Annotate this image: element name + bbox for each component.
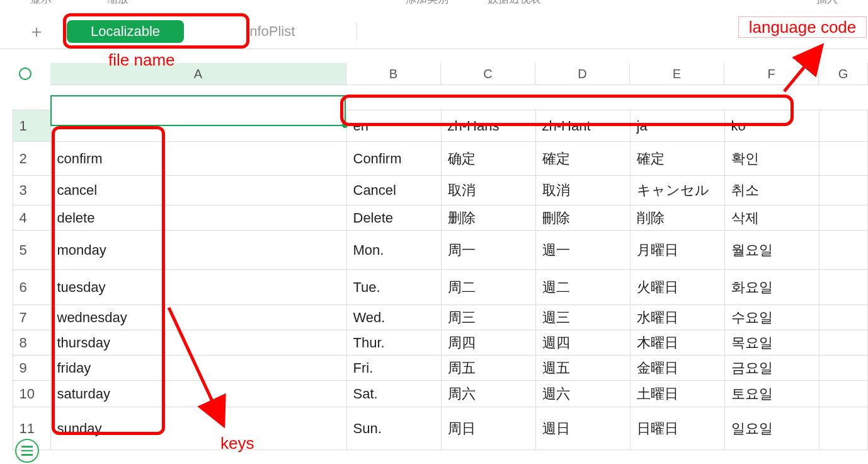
row-header-7[interactable]: 7 xyxy=(13,305,50,330)
row-header-4[interactable]: 4 xyxy=(13,206,50,231)
column-header-F[interactable]: F xyxy=(724,63,819,84)
column-header-C[interactable]: C xyxy=(441,63,535,84)
cell-zh-hant[interactable]: 週四 xyxy=(535,330,630,356)
column-header-G[interactable]: G xyxy=(819,63,868,84)
cell-ko[interactable]: 목요일 xyxy=(724,330,819,356)
cell-en[interactable]: Cancel xyxy=(346,176,441,206)
cell-ko[interactable]: 삭제 xyxy=(724,206,819,231)
cell-zh-hant[interactable]: 確定 xyxy=(535,142,630,176)
cell-en[interactable]: Wed. xyxy=(346,305,441,330)
cell-zh-hant[interactable]: 週日 xyxy=(535,407,630,450)
toolbar-item-zoom[interactable]: 缩放 xyxy=(102,0,134,6)
cell-key[interactable]: friday xyxy=(50,356,346,381)
cell-empty[interactable] xyxy=(819,142,868,176)
cell-zh-hans[interactable]: 周一 xyxy=(441,231,535,270)
row-header-8[interactable]: 8 xyxy=(13,330,50,356)
row-header-3[interactable]: 3 xyxy=(13,176,50,206)
cell-ja[interactable]: 水曜日 xyxy=(630,305,724,330)
column-header-B[interactable]: B xyxy=(346,63,441,84)
cell-ja[interactable]: 確定 xyxy=(630,142,724,176)
cell-zh-hant[interactable]: 刪除 xyxy=(535,206,630,231)
cell-G1[interactable] xyxy=(819,110,868,142)
cell-zh-hant[interactable]: 週三 xyxy=(535,305,630,330)
cell-key[interactable]: wednesday xyxy=(50,305,346,330)
cell-en[interactable]: Sat. xyxy=(346,381,441,407)
cell-zh-hans[interactable]: 周六 xyxy=(441,381,535,407)
row-header-1[interactable]: 1 xyxy=(13,110,50,142)
cell-ja[interactable]: 月曜日 xyxy=(630,231,724,270)
toolbar-item-insert[interactable]: 插入 xyxy=(811,0,843,6)
cell-key[interactable]: confirm xyxy=(50,142,346,176)
cell-D1[interactable]: zh-Hant xyxy=(535,110,630,142)
add-sheet-button[interactable]: ＋ xyxy=(24,19,49,44)
cell-C1[interactable]: zh-Hans xyxy=(441,110,535,142)
cell-key[interactable]: monday xyxy=(50,231,346,270)
cell-empty[interactable] xyxy=(819,305,868,330)
cell-ja[interactable]: 木曜日 xyxy=(630,330,724,356)
toolbar-item-pivot[interactable]: 数据透视表 xyxy=(483,0,546,6)
cell-F1[interactable]: ko xyxy=(724,110,819,142)
cell-zh-hans[interactable]: 周三 xyxy=(441,305,535,330)
cell-B1[interactable]: en xyxy=(346,110,441,142)
cell-empty[interactable] xyxy=(819,407,868,450)
cell-zh-hant[interactable]: 週二 xyxy=(535,270,630,305)
cell-ja[interactable]: キャンセル xyxy=(630,176,724,206)
cell-key[interactable]: tuesday xyxy=(50,270,346,305)
column-header-D[interactable]: D xyxy=(535,63,630,84)
hamburger-button[interactable] xyxy=(15,439,39,463)
cell-zh-hans[interactable]: 周五 xyxy=(441,356,535,381)
cell-ko[interactable]: 토요일 xyxy=(724,381,819,407)
cell-empty[interactable] xyxy=(819,176,868,206)
cell-en[interactable]: Fri. xyxy=(346,356,441,381)
row-header-10[interactable]: 10 xyxy=(13,381,50,407)
toolbar-item-display[interactable]: 显示 xyxy=(25,0,57,6)
cell-ko[interactable]: 일요일 xyxy=(724,407,819,450)
cell-ko[interactable]: 금요일 xyxy=(724,356,819,381)
cell-en[interactable]: Thur. xyxy=(346,330,441,356)
cell-ja[interactable]: 金曜日 xyxy=(630,356,724,381)
cell-zh-hant[interactable]: 取消 xyxy=(535,176,630,206)
sheet-tab-localizable[interactable]: Localizable xyxy=(67,20,184,43)
cell-empty[interactable] xyxy=(819,270,868,305)
cell-key[interactable]: sunday xyxy=(50,407,346,450)
row-header-9[interactable]: 9 xyxy=(13,356,50,381)
cell-zh-hans[interactable]: 确定 xyxy=(441,142,535,176)
cell-empty[interactable] xyxy=(819,356,868,381)
cell-empty[interactable] xyxy=(819,330,868,356)
cell-zh-hant[interactable]: 週一 xyxy=(535,231,630,270)
cell-en[interactable]: Sun. xyxy=(346,407,441,450)
cell-ja[interactable]: 削除 xyxy=(630,206,724,231)
cell-ko[interactable]: 수요일 xyxy=(724,305,819,330)
cell-en[interactable]: Tue. xyxy=(346,270,441,305)
row-header-5[interactable]: 5 xyxy=(13,231,50,270)
cell-empty[interactable] xyxy=(819,206,868,231)
column-header-A[interactable]: A xyxy=(50,63,346,84)
cell-empty[interactable] xyxy=(819,381,868,407)
toolbar-item-category[interactable]: 添加类别 xyxy=(401,0,454,6)
spreadsheet-grid[interactable]: 1 en zh-Hans zh-Hant ja ko 2 confirm Con… xyxy=(0,84,868,464)
cell-key[interactable]: delete xyxy=(50,206,346,231)
cell-ko[interactable]: 월요일 xyxy=(724,231,819,270)
cell-en[interactable]: Confirm xyxy=(346,142,441,176)
column-header-E[interactable]: E xyxy=(630,63,724,84)
cell-empty[interactable] xyxy=(819,231,868,270)
cell-E1[interactable]: ja xyxy=(630,110,724,142)
row-header-6[interactable]: 6 xyxy=(13,270,50,305)
cell-key[interactable]: saturday xyxy=(50,381,346,407)
cell-zh-hant[interactable]: 週五 xyxy=(535,356,630,381)
cell-zh-hans[interactable]: 周二 xyxy=(441,270,535,305)
sheet-tab-infoplist[interactable]: InfoPlist xyxy=(222,20,319,43)
row-header-2[interactable]: 2 xyxy=(13,142,50,176)
cell-en[interactable]: Delete xyxy=(346,206,441,231)
select-all-corner[interactable] xyxy=(0,63,50,84)
cell-A1[interactable] xyxy=(50,110,346,142)
cell-ko[interactable]: 취소 xyxy=(724,176,819,206)
cell-ja[interactable]: 土曜日 xyxy=(630,381,724,407)
cell-zh-hans[interactable]: 取消 xyxy=(441,176,535,206)
cell-ja[interactable]: 火曜日 xyxy=(630,270,724,305)
cell-key[interactable]: thursday xyxy=(50,330,346,356)
cell-ja[interactable]: 日曜日 xyxy=(630,407,724,450)
cell-ko[interactable]: 화요일 xyxy=(724,270,819,305)
cell-zh-hans[interactable]: 周四 xyxy=(441,330,535,356)
cell-ko[interactable]: 확인 xyxy=(724,142,819,176)
